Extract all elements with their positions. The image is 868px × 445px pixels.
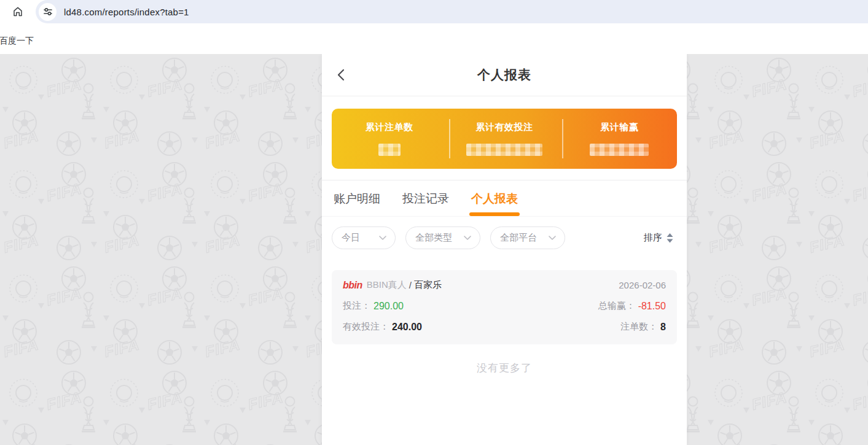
stat-divider — [562, 119, 563, 158]
tab-label: 账户明细 — [334, 191, 380, 207]
site-controls-button[interactable] — [39, 3, 57, 21]
stat-divider — [449, 119, 450, 158]
tab-bet-records[interactable]: 投注记录 — [401, 191, 451, 216]
report-panel: 个人报表 累计注单数 累计有效投注 累计输赢 — [322, 54, 687, 445]
stat-value-masked — [590, 144, 649, 156]
page-title: 个人报表 — [477, 66, 531, 83]
record-header-row: bbin BBIN真人 / 百家乐 2026-02-06 — [343, 279, 666, 291]
tab-label: 个人报表 — [471, 191, 518, 207]
stat-win-loss: 累计输赢 — [562, 109, 677, 169]
stat-value-masked — [378, 144, 401, 156]
sort-arrows-icon — [667, 233, 673, 243]
tab-personal-report[interactable]: 个人报表 — [469, 191, 520, 216]
panel-header: 个人报表 — [322, 54, 687, 96]
record-amount-row: 投注： 290.00 总输赢： -81.50 — [343, 300, 666, 312]
bbin-logo: bbin — [343, 280, 362, 291]
chevron-down-icon — [549, 236, 556, 241]
record-date: 2026-02-06 — [619, 280, 666, 290]
chevron-down-icon — [464, 236, 471, 241]
address-bar[interactable]: ld48.com/reports/index?tab=1 — [36, 0, 868, 23]
filter-type-dropdown[interactable]: 全部类型 — [405, 226, 480, 249]
site-controls-icon — [43, 7, 53, 17]
record-list: bbin BBIN真人 / 百家乐 2026-02-06 投注： 290.00 … — [322, 258, 687, 344]
bet-value: 290.00 — [373, 301, 404, 312]
tab-underline — [401, 212, 451, 216]
bet-count-value: 8 — [660, 322, 666, 333]
sort-label: 排序 — [644, 232, 662, 244]
stat-label: 累计输赢 — [600, 122, 638, 133]
summary-card: 累计注单数 累计有效投注 累计输赢 — [332, 109, 677, 169]
filter-platform-dropdown[interactable]: 全部平台 — [490, 226, 565, 249]
url-text: ld48.com/reports/index?tab=1 — [64, 7, 189, 17]
filter-label: 今日 — [342, 232, 360, 244]
separator-slash: / — [409, 280, 412, 290]
back-button[interactable] — [337, 69, 349, 81]
bookmark-baidu[interactable]: 百度一下 — [0, 31, 34, 47]
tab-active-underline — [469, 212, 520, 216]
record-detail-row: 有效投注： 240.00 注单数： 8 — [343, 321, 666, 333]
valid-bet-label: 有效投注： — [343, 321, 389, 333]
stat-label: 累计注单数 — [366, 122, 413, 133]
home-icon — [12, 6, 24, 18]
bet-count-label: 注单数： — [620, 321, 657, 333]
filter-label: 全部平台 — [500, 232, 537, 244]
filter-bar: 今日 全部类型 全部平台 排序 — [322, 217, 687, 258]
bet-label: 投注： — [343, 300, 370, 312]
record-card[interactable]: bbin BBIN真人 / 百家乐 2026-02-06 投注： 290.00 … — [332, 270, 677, 344]
bookmarks-bar: 百度一下 — [0, 23, 868, 54]
provider-name: BBIN真人 — [367, 279, 407, 291]
tab-underline — [332, 212, 382, 216]
filter-date-dropdown[interactable]: 今日 — [332, 226, 396, 249]
page-background: FIFA 个人 — [0, 54, 868, 445]
stat-total-bets: 累计注单数 — [332, 109, 447, 169]
valid-bet-value: 240.00 — [392, 322, 422, 333]
home-button[interactable] — [0, 0, 36, 23]
stat-label: 累计有效投注 — [475, 122, 533, 133]
chevron-down-icon — [379, 236, 386, 241]
stat-valid-wagers: 累计有效投注 — [447, 109, 561, 169]
tab-bar: 账户明细 投注记录 个人报表 — [322, 180, 687, 217]
no-more-text: 没有更多了 — [322, 344, 687, 400]
tab-label: 投注记录 — [402, 191, 449, 207]
total-winloss-value: -81.50 — [638, 301, 666, 312]
sort-button[interactable]: 排序 — [644, 232, 677, 244]
tab-account-details[interactable]: 账户明细 — [332, 191, 382, 216]
game-name: 百家乐 — [414, 279, 442, 291]
summary-section: 累计注单数 累计有效投注 累计输赢 — [322, 96, 687, 180]
total-winloss-label: 总输赢： — [598, 300, 635, 312]
stat-value-masked — [466, 144, 542, 156]
filter-label: 全部类型 — [415, 232, 452, 244]
back-chevron-icon — [337, 69, 345, 81]
browser-topbar: ld48.com/reports/index?tab=1 — [0, 0, 868, 23]
